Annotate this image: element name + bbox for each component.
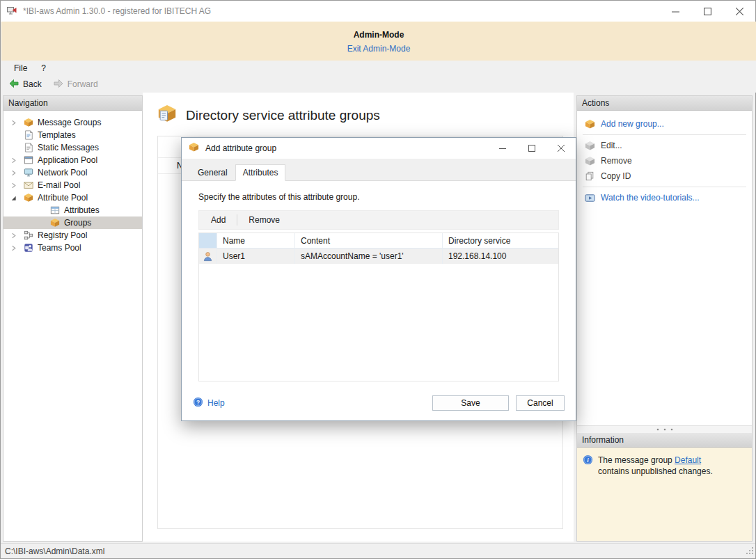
- dialog-title: Add attribute group: [205, 143, 276, 153]
- remove-group-icon: [584, 155, 595, 166]
- action-remove[interactable]: Remove: [577, 153, 752, 168]
- chevron-right-icon[interactable]: [10, 233, 23, 239]
- cell-name: User1: [217, 249, 295, 264]
- actions-list: Add new group... Edit... Remove Copy ID …: [577, 111, 752, 425]
- sidebar-item-label: Registry Pool: [38, 230, 87, 240]
- email-pool-icon: [23, 180, 34, 191]
- panel-splitter-grip[interactable]: [577, 425, 752, 433]
- action-watch-tutorials[interactable]: Watch the video-tutorials...: [577, 190, 752, 205]
- sidebar-item-groups[interactable]: Groups: [3, 216, 142, 229]
- sidebar-item-application-pool[interactable]: Application Pool: [3, 154, 142, 166]
- app-icon: [6, 5, 17, 18]
- information-header: Information: [577, 433, 752, 448]
- toolbar-separator: [237, 214, 237, 226]
- sidebar-item-label: Teams Pool: [38, 243, 81, 253]
- sidebar-item-label: E-mail Pool: [38, 180, 80, 190]
- dialog-body: Specify the attributes of this attribute…: [182, 181, 576, 390]
- back-label: Back: [23, 79, 42, 89]
- remove-attribute-button[interactable]: Remove: [241, 212, 288, 228]
- svg-text:?: ?: [196, 399, 200, 406]
- chevron-right-icon[interactable]: [10, 182, 23, 189]
- sidebar-item-message-groups[interactable]: Message Groups: [3, 116, 142, 129]
- action-add-new-group[interactable]: Add new group...: [577, 116, 752, 132]
- app-window: *IBI-aws Admin 1.30.0 - registered for I…: [0, 0, 756, 559]
- sidebar-item-attribute-pool[interactable]: Attribute Pool: [3, 191, 142, 204]
- sidebar-item-label: Network Pool: [38, 168, 87, 178]
- exit-admin-mode-link[interactable]: Exit Admin-Mode: [347, 44, 411, 54]
- action-label: Watch the video-tutorials...: [601, 193, 700, 203]
- sidebar-item-label: Groups: [64, 218, 91, 228]
- actions-header: Actions: [577, 96, 752, 111]
- attribute-pool-icon: [23, 192, 34, 203]
- information-box: i The message group Default contains unp…: [577, 448, 752, 541]
- page-title: Directory service attribute groups: [186, 108, 380, 123]
- icon-column-header[interactable]: [199, 233, 217, 248]
- close-button[interactable]: [723, 1, 755, 22]
- action-label: Add new group...: [601, 119, 664, 129]
- forward-label: Forward: [68, 79, 98, 89]
- action-edit[interactable]: Edit...: [577, 138, 752, 153]
- page-heading: Directory service attribute groups: [157, 104, 380, 127]
- window-title: *IBI-aws Admin 1.30.0 - registered for I…: [23, 6, 211, 16]
- action-copy-id[interactable]: Copy ID: [577, 168, 752, 184]
- table-row[interactable]: User1 sAMAccountName = 'user1' 192.168.1…: [199, 249, 558, 264]
- sidebar-item-network-pool[interactable]: Network Pool: [3, 166, 142, 179]
- nav-toolbar: Back Forward: [1, 76, 756, 93]
- sidebar-item-label: Templates: [38, 130, 76, 140]
- groups-icon: [49, 217, 61, 228]
- attributes-table: Name Content Directory service User1 sAM…: [198, 233, 559, 381]
- name-column-header[interactable]: Name: [217, 233, 295, 248]
- forward-button[interactable]: Forward: [53, 78, 98, 91]
- minimize-button[interactable]: [659, 1, 691, 22]
- menu-help[interactable]: ?: [34, 61, 53, 75]
- resize-grip[interactable]: [745, 546, 754, 557]
- cancel-button[interactable]: Cancel: [516, 395, 565, 411]
- chevron-right-icon[interactable]: [10, 157, 23, 164]
- add-attribute-button[interactable]: Add: [203, 212, 233, 228]
- dialog-close-button[interactable]: [546, 138, 576, 159]
- dialog-maximize-button[interactable]: [517, 138, 546, 159]
- directory-service-column-header[interactable]: Directory service: [443, 233, 558, 248]
- user-icon: [199, 249, 217, 264]
- sidebar-item-teams-pool[interactable]: Teams Pool: [3, 242, 142, 254]
- back-arrow-icon: [8, 78, 19, 91]
- sidebar-item-label: Application Pool: [38, 155, 97, 165]
- default-group-link[interactable]: Default: [675, 455, 701, 465]
- chevron-expanded-icon[interactable]: [10, 195, 23, 201]
- maximize-button[interactable]: [691, 1, 723, 22]
- add-attribute-group-dialog: Add attribute group General Attributes S…: [181, 137, 576, 421]
- navigation-tree: Message Groups Templates Static Messages…: [3, 111, 142, 254]
- copy-icon: [584, 171, 595, 182]
- menu-bar: File ?: [1, 61, 756, 76]
- attribute-groups-icon: [157, 104, 178, 127]
- registry-pool-icon: [23, 230, 34, 241]
- sidebar-item-attributes[interactable]: Attributes: [3, 204, 142, 216]
- sidebar-item-email-pool[interactable]: E-mail Pool: [3, 179, 142, 191]
- tab-general[interactable]: General: [190, 164, 235, 181]
- info-icon: i: [583, 455, 593, 467]
- table-header-row: Name Content Directory service: [199, 233, 558, 249]
- edit-group-icon: [584, 140, 595, 151]
- action-label: Edit...: [601, 141, 622, 150]
- admin-mode-banner: Admin-Mode Exit Admin-Mode: [1, 22, 756, 61]
- help-label: Help: [207, 398, 225, 408]
- chevron-right-icon[interactable]: [10, 170, 23, 176]
- content-column-header[interactable]: Content: [295, 233, 443, 248]
- dialog-footer: ? Help Save Cancel: [182, 390, 576, 420]
- sidebar-item-templates[interactable]: Templates: [3, 129, 142, 141]
- save-button[interactable]: Save: [432, 395, 509, 411]
- dialog-tabs: General Attributes: [182, 159, 576, 181]
- back-button[interactable]: Back: [8, 78, 42, 91]
- dialog-icon: [189, 142, 199, 155]
- chevron-right-icon[interactable]: [10, 120, 23, 126]
- cell-content: sAMAccountName = 'user1': [295, 249, 443, 264]
- chevron-right-icon[interactable]: [10, 245, 23, 251]
- action-label: Copy ID: [601, 171, 631, 181]
- dialog-minimize-button[interactable]: [488, 138, 517, 159]
- help-link[interactable]: ? Help: [193, 397, 225, 409]
- sidebar-item-registry-pool[interactable]: Registry Pool: [3, 229, 142, 242]
- menu-file[interactable]: File: [7, 61, 34, 75]
- sidebar-item-static-messages[interactable]: Static Messages: [3, 141, 142, 154]
- status-path: C:\IBI-aws\Admin\Data.xml: [5, 546, 104, 556]
- tab-attributes[interactable]: Attributes: [235, 164, 286, 181]
